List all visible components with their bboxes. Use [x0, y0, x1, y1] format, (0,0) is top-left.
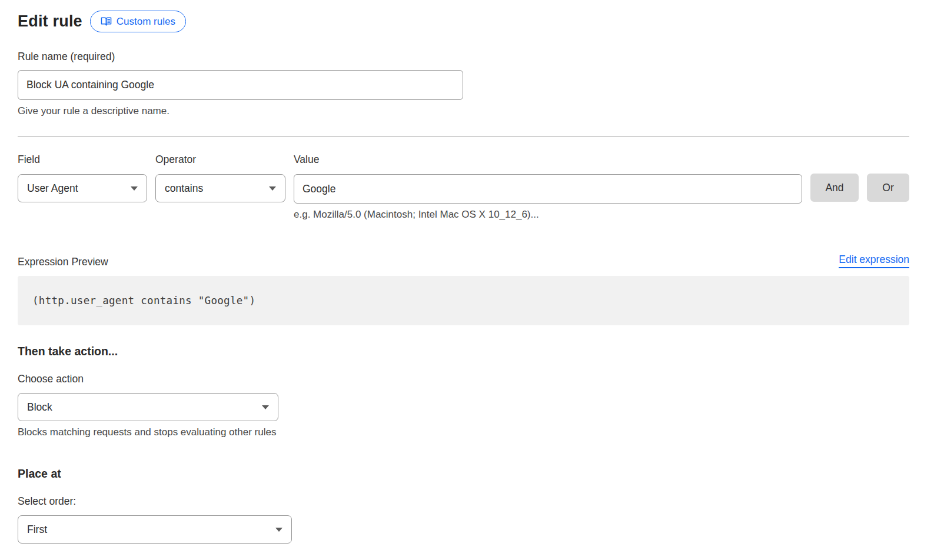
chevron-down-icon [262, 405, 269, 409]
action-help: Blocks matching requests and stops evalu… [18, 426, 909, 438]
page-header: Edit rule Custom rules [18, 11, 909, 32]
choose-action-label: Choose action [18, 373, 909, 385]
book-icon [101, 16, 112, 26]
action-dropdown[interactable]: Block [18, 393, 278, 421]
custom-rules-button[interactable]: Custom rules [90, 11, 186, 32]
value-column: Value e.g. Mozilla/5.0 (Macintosh; Intel… [294, 154, 802, 221]
place-at-heading: Place at [18, 467, 909, 481]
field-column: Field User Agent [18, 154, 147, 202]
expression-preview-label: Expression Preview [18, 256, 108, 268]
expression-code: (http.user_agent contains "Google") [32, 295, 255, 306]
edit-expression-link[interactable]: Edit expression [839, 254, 909, 268]
section-divider [18, 136, 909, 137]
action-heading: Then take action... [18, 345, 909, 358]
preview-header: Expression Preview Edit expression [18, 254, 909, 268]
chevron-down-icon [269, 186, 276, 191]
placement-section: Place at Select order: First [18, 467, 909, 544]
expression-code-block: (http.user_agent contains "Google") [18, 276, 909, 325]
operator-column: Operator contains [155, 154, 285, 202]
rule-name-label: Rule name (required) [18, 51, 909, 63]
order-dropdown-value: First [27, 524, 47, 536]
chevron-down-icon [131, 186, 138, 191]
action-dropdown-value: Block [27, 401, 52, 414]
edit-rule-page: Edit rule Custom rules Rule name (requir… [0, 0, 934, 544]
select-order-label: Select order: [18, 495, 909, 508]
or-button[interactable]: Or [867, 174, 909, 202]
operator-label: Operator [155, 154, 285, 166]
field-label: Field [18, 154, 147, 166]
order-dropdown[interactable]: First [18, 515, 292, 544]
chevron-down-icon [275, 528, 282, 532]
operator-dropdown[interactable]: contains [155, 174, 285, 202]
field-dropdown[interactable]: User Agent [18, 174, 147, 202]
rule-name-input[interactable] [18, 70, 463, 100]
value-help: e.g. Mozilla/5.0 (Macintosh; Intel Mac O… [294, 209, 802, 221]
action-section: Then take action... Choose action Block … [18, 345, 909, 438]
conjunction-buttons: And Or [810, 174, 909, 202]
and-button[interactable]: And [810, 174, 859, 202]
value-label: Value [294, 154, 802, 166]
page-title: Edit rule [18, 12, 82, 31]
expression-builder: Field User Agent Operator contains Value… [18, 154, 909, 221]
operator-dropdown-value: contains [165, 182, 203, 195]
custom-rules-button-label: Custom rules [117, 16, 175, 28]
rule-name-help: Give your rule a descriptive name. [18, 105, 909, 117]
expression-preview-section: Expression Preview Edit expression (http… [18, 254, 909, 325]
rule-name-section: Rule name (required) Give your rule a de… [18, 51, 909, 117]
field-dropdown-value: User Agent [27, 182, 78, 195]
value-input[interactable] [294, 174, 802, 204]
